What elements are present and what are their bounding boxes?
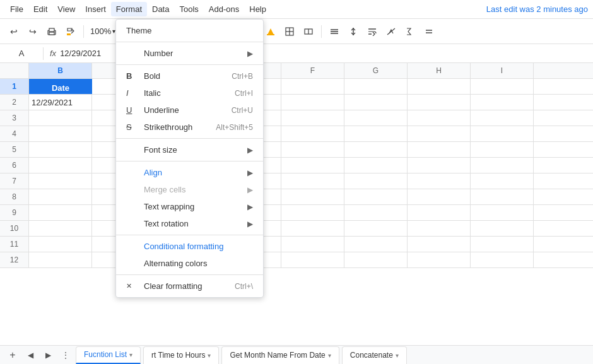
sheet-tab-concatenate[interactable]: Concatenate ▾ <box>342 346 407 364</box>
cell-f1[interactable] <box>281 79 344 94</box>
row-num-6[interactable]: 6 <box>0 158 29 173</box>
zoom-selector[interactable]: 100% ▾ <box>88 25 118 37</box>
strikethrough-icon: S <box>126 122 139 132</box>
row-num-1[interactable]: 1 <box>0 79 29 94</box>
zoom-value: 100% <box>90 26 111 36</box>
redo-button[interactable]: ↪ <box>24 23 42 40</box>
col-header-i[interactable]: I <box>471 63 534 78</box>
row-num-9[interactable]: 9 <box>0 205 29 220</box>
format-italic-item[interactable]: I Italic Ctrl+I <box>116 85 263 102</box>
cell-h2[interactable] <box>408 95 471 110</box>
row-col-spacer <box>0 63 29 78</box>
cell-b1[interactable]: Date <box>29 79 92 94</box>
menu-addons[interactable]: Add-ons <box>204 2 244 16</box>
menu-edit[interactable]: Edit <box>28 2 52 16</box>
sheet-tab-chevron-icon: ▾ <box>328 352 331 359</box>
format-align-item[interactable]: Align ▶ <box>116 164 263 181</box>
format-bold-item[interactable]: B Bold Ctrl+B <box>116 68 263 85</box>
rotate-button[interactable] <box>382 23 400 40</box>
menu-insert[interactable]: Insert <box>80 2 111 16</box>
wrap-button[interactable] <box>363 23 381 40</box>
menu-separator-2 <box>116 64 263 65</box>
merge-arrow-icon: ▶ <box>247 185 253 194</box>
sheet-nav-right[interactable]: ▶ <box>40 348 56 363</box>
row-num-11[interactable]: 11 <box>0 237 29 252</box>
svg-rect-4 <box>267 34 274 35</box>
cell-g1[interactable] <box>344 79 408 94</box>
col-header-b[interactable]: B <box>29 63 92 78</box>
text-wrapping-arrow-icon: ▶ <box>247 203 253 211</box>
sheet-tab-function-list[interactable]: Fucntion List ▾ <box>76 346 141 364</box>
clear-icon: ✕ <box>126 282 139 290</box>
align-arrow-icon: ▶ <box>247 168 253 177</box>
merge-button[interactable] <box>300 23 317 40</box>
cell-g2[interactable] <box>344 95 408 110</box>
format-number-item[interactable]: Number ▶ <box>116 45 263 62</box>
col-header-h[interactable]: H <box>408 63 471 78</box>
col-header-g[interactable]: G <box>344 63 408 78</box>
row-num-10[interactable]: 10 <box>0 221 29 236</box>
fill-color-button[interactable] <box>262 23 279 40</box>
row-num-5[interactable]: 5 <box>0 142 29 157</box>
format-font-size-item[interactable]: Font size ▶ <box>116 141 263 158</box>
row-num-8[interactable]: 8 <box>0 189 29 204</box>
cell-h1[interactable] <box>408 79 471 94</box>
merge-label: Merge cells <box>144 185 242 194</box>
borders-button[interactable] <box>281 23 298 40</box>
menu-data[interactable]: Data <box>147 2 174 16</box>
row-num-2[interactable]: 2 <box>0 95 29 110</box>
format-conditional-item[interactable]: Conditional formatting <box>116 238 263 255</box>
format-theme-item[interactable]: Theme <box>116 22 263 39</box>
align-v-button[interactable] <box>344 23 362 40</box>
row-num-12[interactable]: 12 <box>0 252 29 267</box>
menu-separator-4 <box>116 161 263 161</box>
text-rotation-label: Text rotation <box>144 219 242 228</box>
align-h-button[interactable] <box>326 23 343 40</box>
cell-b2[interactable]: 12/29/2021 <box>29 95 92 110</box>
menu-format[interactable]: Format <box>111 2 147 16</box>
italic-shortcut: Ctrl+I <box>235 89 253 98</box>
functions-button[interactable] <box>401 23 419 40</box>
format-text-rotation-item[interactable]: Text rotation ▶ <box>116 215 263 232</box>
format-merge-item[interactable]: Merge cells ▶ <box>116 181 263 198</box>
row-num-7[interactable]: 7 <box>0 173 29 189</box>
format-clear-item[interactable]: ✕ Clear formatting Ctrl+\ <box>116 278 263 295</box>
sheet-tab-month-name[interactable]: Get Month Name From Date ▾ <box>221 346 339 364</box>
menu-file[interactable]: File <box>5 2 28 16</box>
table-row: 6 <box>0 158 593 173</box>
cell-f2[interactable] <box>281 95 344 110</box>
cell-reference-input[interactable] <box>3 49 40 58</box>
undo-button[interactable]: ↩ <box>5 23 23 40</box>
col-header-f[interactable]: F <box>281 63 344 78</box>
menu-help[interactable]: Help <box>244 2 271 16</box>
menu-view[interactable]: View <box>52 2 80 16</box>
sheet-tab-label: Fucntion List <box>84 350 127 359</box>
clear-shortcut: Ctrl+\ <box>235 282 253 291</box>
table-row: 8 <box>0 189 593 205</box>
cell-i2[interactable] <box>471 95 534 110</box>
sheet-add-button[interactable]: + <box>5 348 20 363</box>
row-num-3[interactable]: 3 <box>0 110 29 126</box>
bold-icon: B <box>126 71 139 81</box>
row-num-4[interactable]: 4 <box>0 126 29 141</box>
more-button[interactable] <box>420 23 438 40</box>
formula-bar: fx <box>0 44 593 63</box>
sheet-nav-left[interactable]: ◀ <box>23 348 38 363</box>
sheet-menu-button[interactable]: ⋮ <box>58 348 73 363</box>
cell-i1[interactable] <box>471 79 534 94</box>
paint-format-button[interactable] <box>62 23 79 40</box>
format-alternating-item[interactable]: Alternating colors <box>116 255 263 272</box>
print-button[interactable] <box>43 23 61 40</box>
grid-body: 1 Date 2 12/29/2021 3 4 5 6 7 8 9 10 11 … <box>0 79 593 268</box>
format-text-wrapping-item[interactable]: Text wrapping ▶ <box>116 198 263 215</box>
bold-label: Bold <box>144 71 221 81</box>
col-headers-row: B C D E F G H I <box>0 63 593 79</box>
clear-label: Clear formatting <box>144 281 225 291</box>
format-underline-item[interactable]: U Underline Ctrl+U <box>116 102 263 119</box>
sheet-tab-time-to-hours[interactable]: rt Time to Hours ▾ <box>143 346 219 364</box>
format-strikethrough-item[interactable]: S Strikethrough Alt+Shift+5 <box>116 119 263 136</box>
alternating-label: Alternating colors <box>144 259 253 268</box>
menu-tools[interactable]: Tools <box>174 2 203 16</box>
table-row: 10 <box>0 221 593 237</box>
last-edit-text: Last edit was 2 minutes ago <box>486 4 588 14</box>
